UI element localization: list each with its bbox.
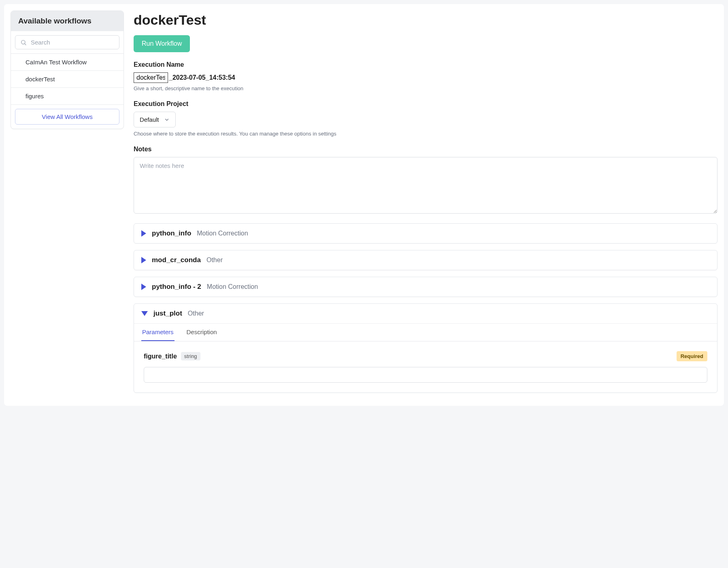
- execution-project-helper: Choose where to store the execution resu…: [134, 131, 717, 137]
- execution-project-section: Execution Project Default Choose where t…: [134, 100, 717, 137]
- tab-parameters[interactable]: Parameters: [141, 324, 175, 341]
- view-all-wrap: View All Workflows: [11, 105, 123, 129]
- expand-down-icon: [141, 311, 148, 316]
- step-tag: Motion Correction: [207, 283, 258, 290]
- step-name: mod_cr_conda: [152, 256, 201, 264]
- run-workflow-button[interactable]: Run Workflow: [134, 35, 190, 52]
- tab-description[interactable]: Description: [186, 324, 218, 341]
- notes-label: Notes: [134, 146, 717, 153]
- step-header[interactable]: python_info - 2 Motion Correction: [134, 277, 717, 297]
- search-input[interactable]: [31, 39, 114, 46]
- type-badge: string: [181, 352, 200, 360]
- execution-name-input[interactable]: [134, 72, 168, 83]
- execution-name-suffix: _2023-07-05_14:53:54: [169, 74, 235, 81]
- step-just-plot: just_plot Other Parameters Description f…: [134, 303, 717, 393]
- sidebar-card: Available workflows CaImAn Test Workflow…: [11, 11, 124, 129]
- expand-right-icon: [141, 230, 146, 237]
- search-box[interactable]: [15, 35, 119, 49]
- search-wrap: [11, 31, 123, 54]
- step-header[interactable]: python_info Motion Correction: [134, 224, 717, 243]
- workflow-list: CaImAn Test Workflow dockerTest figures: [11, 54, 123, 105]
- execution-project-label: Execution Project: [134, 100, 717, 108]
- execution-name-row: _2023-07-05_14:53:54: [134, 72, 717, 83]
- execution-name-section: Execution Name _2023-07-05_14:53:54 Give…: [134, 61, 717, 91]
- expand-right-icon: [141, 257, 146, 263]
- main-content: dockerTest Run Workflow Execution Name _…: [134, 11, 717, 399]
- sidebar-title: Available workflows: [11, 11, 123, 31]
- step-header[interactable]: just_plot Other: [134, 304, 717, 324]
- required-badge: Required: [677, 351, 707, 361]
- sidebar-item-caiman[interactable]: CaImAn Test Workflow: [11, 54, 123, 71]
- param-left: figure_title string: [144, 352, 200, 360]
- param-body: figure_title string Required: [134, 341, 717, 392]
- step-name: python_info: [152, 229, 191, 237]
- execution-project-value: Default: [140, 116, 159, 123]
- notes-section: Notes: [134, 146, 717, 223]
- sidebar-item-figures[interactable]: figures: [11, 88, 123, 105]
- execution-project-select[interactable]: Default: [134, 112, 176, 127]
- expand-right-icon: [141, 284, 146, 290]
- notes-textarea[interactable]: [134, 157, 717, 214]
- step-name: python_info - 2: [152, 283, 201, 291]
- step-python-info: python_info Motion Correction: [134, 223, 717, 244]
- param-name: figure_title: [144, 353, 177, 360]
- view-all-button[interactable]: View All Workflows: [15, 109, 119, 125]
- step-tag: Motion Correction: [197, 230, 248, 237]
- page-title: dockerTest: [134, 12, 717, 28]
- sidebar-item-dockertest[interactable]: dockerTest: [11, 71, 123, 88]
- step-python-info-2: python_info - 2 Motion Correction: [134, 277, 717, 297]
- step-name: just_plot: [153, 309, 182, 318]
- step-tag: Other: [206, 256, 223, 264]
- step-tag: Other: [188, 310, 204, 317]
- sidebar: Available workflows CaImAn Test Workflow…: [11, 11, 124, 399]
- param-row: figure_title string Required: [144, 351, 707, 361]
- step-tabs: Parameters Description: [134, 324, 717, 341]
- step-mod-cr-conda: mod_cr_conda Other: [134, 250, 717, 270]
- search-icon: [20, 39, 27, 46]
- step-header[interactable]: mod_cr_conda Other: [134, 250, 717, 270]
- figure-title-input[interactable]: [144, 367, 707, 383]
- svg-line-1: [25, 44, 26, 45]
- app-container: Available workflows CaImAn Test Workflow…: [4, 4, 724, 406]
- chevron-down-icon: [164, 117, 170, 123]
- execution-name-label: Execution Name: [134, 61, 717, 68]
- execution-name-helper: Give a short, descriptive name to the ex…: [134, 85, 717, 91]
